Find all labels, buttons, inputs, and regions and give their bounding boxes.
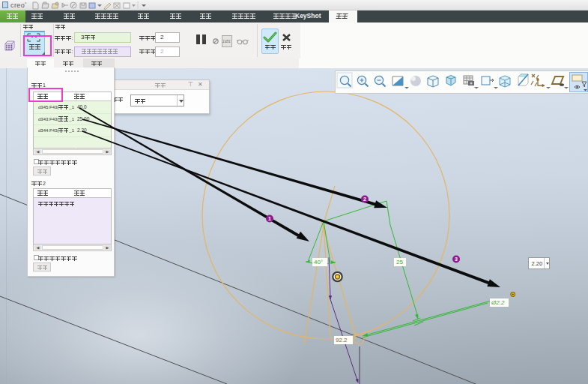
svg-text:92.2: 92.2 [336, 337, 348, 344]
svg-text:40°: 40° [314, 259, 323, 266]
svg-text:25: 25 [396, 259, 403, 266]
svg-text:Ø2.2: Ø2.2 [491, 299, 505, 306]
